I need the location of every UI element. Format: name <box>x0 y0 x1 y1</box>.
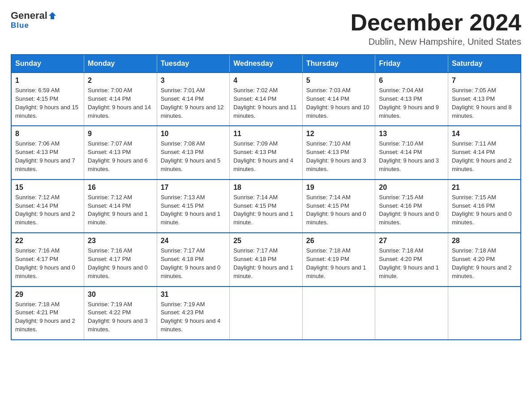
day-number: 7 <box>452 77 517 85</box>
location-text: Dublin, New Hampshire, United States <box>350 37 521 47</box>
calendar-cell: 24 Sunrise: 7:17 AMSunset: 4:18 PMDaylig… <box>157 233 230 286</box>
day-info: Sunrise: 6:59 AMSunset: 4:15 PMDaylight:… <box>15 86 80 120</box>
day-number: 13 <box>379 130 444 138</box>
calendar-cell: 9 Sunrise: 7:07 AMSunset: 4:13 PMDayligh… <box>84 126 157 179</box>
calendar-cell <box>448 287 521 340</box>
calendar-cell: 16 Sunrise: 7:12 AMSunset: 4:14 PMDaylig… <box>84 180 157 233</box>
header-friday: Friday <box>375 55 448 73</box>
day-info: Sunrise: 7:02 AMSunset: 4:14 PMDaylight:… <box>233 86 299 120</box>
calendar-cell: 2 Sunrise: 7:00 AMSunset: 4:14 PMDayligh… <box>84 73 157 126</box>
day-number: 24 <box>161 237 226 245</box>
calendar-cell: 26 Sunrise: 7:18 AMSunset: 4:19 PMDaylig… <box>302 233 375 286</box>
calendar-cell: 29 Sunrise: 7:18 AMSunset: 4:21 PMDaylig… <box>11 287 84 340</box>
calendar-cell: 28 Sunrise: 7:18 AMSunset: 4:20 PMDaylig… <box>448 233 521 286</box>
calendar-header-row: SundayMondayTuesdayWednesdayThursdayFrid… <box>11 55 521 73</box>
day-number: 18 <box>233 184 299 192</box>
day-info: Sunrise: 7:19 AMSunset: 4:23 PMDaylight:… <box>161 300 226 334</box>
day-info: Sunrise: 7:18 AMSunset: 4:20 PMDaylight:… <box>452 247 517 280</box>
day-info: Sunrise: 7:08 AMSunset: 4:13 PMDaylight:… <box>161 140 226 173</box>
calendar-cell: 13 Sunrise: 7:10 AMSunset: 4:14 PMDaylig… <box>375 126 448 179</box>
day-info: Sunrise: 7:09 AMSunset: 4:13 PMDaylight:… <box>233 140 299 173</box>
day-info: Sunrise: 7:18 AMSunset: 4:19 PMDaylight:… <box>306 247 372 280</box>
calendar-cell <box>375 287 448 340</box>
calendar-week-row: 15 Sunrise: 7:12 AMSunset: 4:14 PMDaylig… <box>11 180 521 233</box>
day-number: 12 <box>306 130 372 138</box>
calendar-cell: 6 Sunrise: 7:04 AMSunset: 4:13 PMDayligh… <box>375 73 448 126</box>
calendar-cell: 20 Sunrise: 7:15 AMSunset: 4:16 PMDaylig… <box>375 180 448 233</box>
day-number: 6 <box>379 77 444 85</box>
day-info: Sunrise: 7:14 AMSunset: 4:15 PMDaylight:… <box>306 193 372 227</box>
day-number: 28 <box>452 237 517 245</box>
day-info: Sunrise: 7:16 AMSunset: 4:17 PMDaylight:… <box>15 247 80 280</box>
day-number: 8 <box>15 130 80 138</box>
calendar-cell: 8 Sunrise: 7:06 AMSunset: 4:13 PMDayligh… <box>11 126 84 179</box>
calendar-cell: 31 Sunrise: 7:19 AMSunset: 4:23 PMDaylig… <box>157 287 230 340</box>
day-info: Sunrise: 7:18 AMSunset: 4:20 PMDaylight:… <box>379 247 444 280</box>
calendar-cell: 23 Sunrise: 7:16 AMSunset: 4:17 PMDaylig… <box>84 233 157 286</box>
svg-marker-0 <box>49 12 56 19</box>
day-number: 30 <box>88 291 153 299</box>
calendar-cell: 1 Sunrise: 6:59 AMSunset: 4:15 PMDayligh… <box>11 73 84 126</box>
calendar-cell: 25 Sunrise: 7:17 AMSunset: 4:18 PMDaylig… <box>230 233 303 286</box>
header-saturday: Saturday <box>448 55 521 73</box>
calendar-week-row: 29 Sunrise: 7:18 AMSunset: 4:21 PMDaylig… <box>11 287 521 340</box>
day-info: Sunrise: 7:16 AMSunset: 4:17 PMDaylight:… <box>88 247 153 280</box>
calendar-cell: 12 Sunrise: 7:10 AMSunset: 4:13 PMDaylig… <box>302 126 375 179</box>
calendar-cell: 14 Sunrise: 7:11 AMSunset: 4:14 PMDaylig… <box>448 126 521 179</box>
day-number: 3 <box>161 77 226 85</box>
day-number: 2 <box>88 77 153 85</box>
day-number: 19 <box>306 184 372 192</box>
page-header: General Blue December 2024 Dublin, New H… <box>11 11 521 47</box>
day-info: Sunrise: 7:10 AMSunset: 4:14 PMDaylight:… <box>379 140 444 173</box>
calendar-cell: 15 Sunrise: 7:12 AMSunset: 4:14 PMDaylig… <box>11 180 84 233</box>
day-info: Sunrise: 7:05 AMSunset: 4:13 PMDaylight:… <box>452 86 517 120</box>
day-number: 16 <box>88 184 153 192</box>
calendar-week-row: 1 Sunrise: 6:59 AMSunset: 4:15 PMDayligh… <box>11 73 521 126</box>
day-info: Sunrise: 7:15 AMSunset: 4:16 PMDaylight:… <box>379 193 444 227</box>
header-sunday: Sunday <box>11 55 84 73</box>
calendar-table: SundayMondayTuesdayWednesdayThursdayFrid… <box>11 54 521 340</box>
day-number: 15 <box>15 184 80 192</box>
day-number: 25 <box>233 237 299 245</box>
day-number: 26 <box>306 237 372 245</box>
header-monday: Monday <box>84 55 157 73</box>
day-info: Sunrise: 7:12 AMSunset: 4:14 PMDaylight:… <box>15 193 80 227</box>
day-number: 21 <box>452 184 517 192</box>
day-number: 9 <box>88 130 153 138</box>
day-number: 23 <box>88 237 153 245</box>
day-info: Sunrise: 7:11 AMSunset: 4:14 PMDaylight:… <box>452 140 517 173</box>
day-number: 31 <box>161 291 226 299</box>
day-number: 10 <box>161 130 226 138</box>
day-info: Sunrise: 7:13 AMSunset: 4:15 PMDaylight:… <box>161 193 226 227</box>
day-info: Sunrise: 7:14 AMSunset: 4:15 PMDaylight:… <box>233 193 299 227</box>
logo-blue-text: Blue <box>11 21 29 30</box>
day-number: 29 <box>15 291 80 299</box>
calendar-week-row: 22 Sunrise: 7:16 AMSunset: 4:17 PMDaylig… <box>11 233 521 286</box>
day-info: Sunrise: 7:18 AMSunset: 4:21 PMDaylight:… <box>15 300 80 334</box>
logo-general-text: General <box>11 11 47 21</box>
calendar-cell: 17 Sunrise: 7:13 AMSunset: 4:15 PMDaylig… <box>157 180 230 233</box>
day-info: Sunrise: 7:19 AMSunset: 4:22 PMDaylight:… <box>88 300 153 334</box>
logo: General Blue <box>11 11 57 30</box>
day-number: 17 <box>161 184 226 192</box>
header-thursday: Thursday <box>302 55 375 73</box>
day-info: Sunrise: 7:07 AMSunset: 4:13 PMDaylight:… <box>88 140 153 173</box>
day-number: 4 <box>233 77 299 85</box>
day-info: Sunrise: 7:12 AMSunset: 4:14 PMDaylight:… <box>88 193 153 227</box>
day-number: 22 <box>15 237 80 245</box>
calendar-cell: 3 Sunrise: 7:01 AMSunset: 4:14 PMDayligh… <box>157 73 230 126</box>
day-info: Sunrise: 7:01 AMSunset: 4:14 PMDaylight:… <box>161 86 226 120</box>
day-info: Sunrise: 7:15 AMSunset: 4:16 PMDaylight:… <box>452 193 517 227</box>
calendar-cell: 11 Sunrise: 7:09 AMSunset: 4:13 PMDaylig… <box>230 126 303 179</box>
day-number: 27 <box>379 237 444 245</box>
header-wednesday: Wednesday <box>230 55 303 73</box>
day-info: Sunrise: 7:17 AMSunset: 4:18 PMDaylight:… <box>161 247 226 280</box>
calendar-cell: 27 Sunrise: 7:18 AMSunset: 4:20 PMDaylig… <box>375 233 448 286</box>
logo-arrow-icon <box>48 11 57 20</box>
calendar-cell: 22 Sunrise: 7:16 AMSunset: 4:17 PMDaylig… <box>11 233 84 286</box>
calendar-cell: 10 Sunrise: 7:08 AMSunset: 4:13 PMDaylig… <box>157 126 230 179</box>
day-info: Sunrise: 7:03 AMSunset: 4:14 PMDaylight:… <box>306 86 372 120</box>
day-number: 11 <box>233 130 299 138</box>
calendar-cell: 5 Sunrise: 7:03 AMSunset: 4:14 PMDayligh… <box>302 73 375 126</box>
calendar-cell <box>230 287 303 340</box>
